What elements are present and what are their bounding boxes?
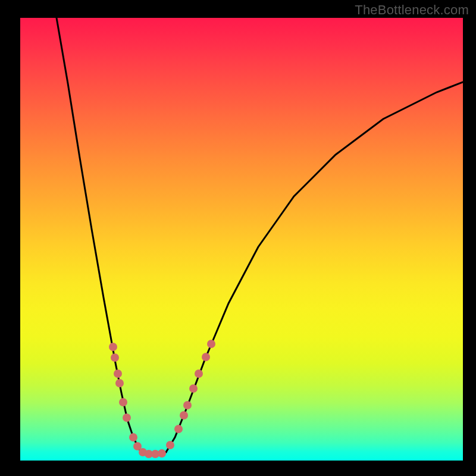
watermark-label: TheBottleneck.com	[355, 2, 469, 18]
marker-group	[109, 340, 215, 458]
data-point	[183, 401, 192, 409]
curve-group	[57, 18, 463, 455]
data-point	[189, 384, 198, 393]
data-point	[119, 398, 127, 406]
data-point	[115, 379, 124, 387]
data-point	[123, 414, 131, 422]
data-point	[180, 411, 188, 419]
data-point	[202, 353, 210, 361]
data-point	[109, 343, 117, 351]
data-point	[166, 441, 174, 449]
data-point	[111, 353, 119, 362]
data-point	[129, 433, 137, 441]
series-left-curve	[57, 18, 142, 452]
data-point	[174, 425, 183, 433]
plot-area	[20, 18, 463, 461]
series-right-curve	[166, 82, 463, 452]
data-point	[158, 449, 166, 458]
chart-svg	[20, 18, 463, 461]
chart-frame: TheBottleneck.com	[0, 0, 476, 476]
data-point	[207, 340, 215, 348]
data-point	[114, 369, 122, 378]
data-point	[195, 369, 203, 378]
